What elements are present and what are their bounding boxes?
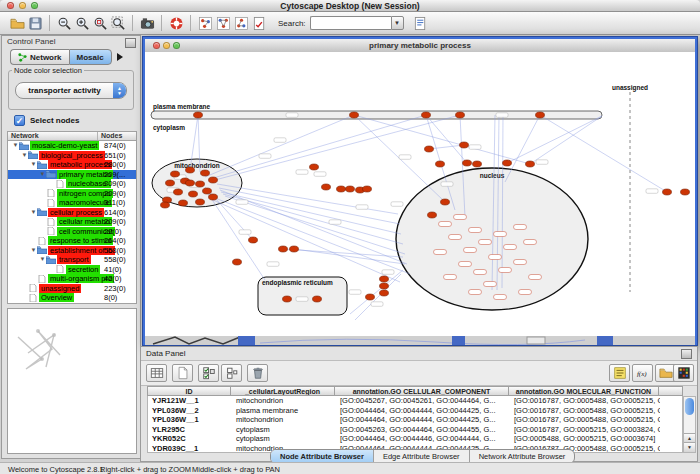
table-cell[interactable]: YLR295C [148,425,232,434]
graph-node[interactable] [186,180,195,186]
graph-node[interactable] [503,160,512,166]
graph-node[interactable] [171,171,180,177]
open-session-button[interactable] [8,14,26,32]
node-color-dropdown[interactable]: transporter activity ▲▼ [15,82,127,99]
annotation-button[interactable] [196,14,214,32]
graph-node[interactable] [463,160,472,166]
help-button[interactable] [167,14,185,32]
table-cell[interactable]: cytoplasm [232,434,336,443]
table-row[interactable]: YLR295Ccytoplasm[GO:0045263, GO:0044464,… [148,425,682,435]
network-window-titlebar[interactable]: primary metabolic process [145,39,695,53]
region-plasma-membrane[interactable] [151,111,602,119]
tree-expander-icon[interactable]: ▼ [39,256,46,263]
attribute-grid-button[interactable] [146,364,167,382]
zoom-out-button[interactable] [55,14,73,32]
table-row[interactable]: YPL036W__1mitochondrion[GO:0044464, GO:0… [148,415,682,425]
save-session-button[interactable] [26,14,44,32]
table-cell[interactable]: YPL036W__2 [148,406,232,415]
graph-node[interactable] [322,184,331,190]
float-panel-icon[interactable] [125,38,136,48]
tree-item-secretion[interactable]: secretion41(0) [8,265,136,275]
tree-item-nitrogen-compo[interactable]: nitrogen compo209(0) [8,189,136,199]
tree-item-biological-process[interactable]: ▼biological_process651(0) [8,151,136,161]
table-cell[interactable]: [GO:0045267, GO:0045261, GO:0044464, G..… [336,396,510,405]
graph-node[interactable] [346,186,355,192]
table-cell[interactable]: [GO:0016787, GO:0005488, GO:0005215, G..… [510,406,660,415]
tab-mosaic[interactable]: Mosaic [69,49,112,65]
network-canvas[interactable]: plasma membranecytoplasmmitochondrionnuc… [145,52,695,336]
table-cell[interactable]: plasma membrane [232,406,336,415]
table-header-empty[interactable] [659,386,683,396]
tree-item-establishment-of-lo[interactable]: ▼establishment of lo558(0) [8,246,136,256]
zoom-fit-button[interactable] [109,14,127,32]
table-cell[interactable]: cytoplasm [232,425,336,434]
table-row[interactable]: YJR121W__1mitochondrion[GO:0045267, GO:0… [148,396,682,406]
tree-expander-icon[interactable]: ▼ [30,209,37,216]
graph-node[interactable] [161,202,170,208]
table-scrollbar[interactable]: ▲ ▼ [683,396,696,453]
table-row[interactable]: YKR052Ccytoplasm[GO:0044464, GO:0044446,… [148,434,682,444]
graph-node[interactable] [196,181,205,187]
graph-node[interactable] [186,167,195,173]
table-cell[interactable]: mitochondrion [232,396,336,405]
table-cell[interactable]: YJR121W__1 [148,396,232,405]
scroll-down-icon[interactable]: ▼ [684,442,695,452]
new-attribute-button[interactable] [172,364,193,382]
table-row[interactable]: YPL036W__2plasma membrane[GO:0044464, GO… [148,406,682,416]
tree-item-multi-organism-pro[interactable]: multi-organism pro42(0) [8,274,136,284]
tree-item-mosaic-demo-yeast[interactable]: ▼mosaic-demo-yeast874(0) [8,141,136,151]
tree-item-macromolecule[interactable]: macromolecule311(0) [8,198,136,208]
graph-node[interactable] [460,142,469,148]
graph-node[interactable] [663,189,672,195]
tree-item-primary-metabo[interactable]: ▼primary metabo209(... [8,170,136,180]
search-dropdown-arrow-icon[interactable]: ▼ [391,16,404,30]
edit-button[interactable] [250,14,268,32]
tree-expander-icon[interactable]: ▼ [30,247,37,254]
tree-item-cellular-process[interactable]: ▼cellular process614(0) [8,208,136,218]
delete-attribute-button[interactable] [247,364,268,382]
attribute-list-button[interactable] [609,364,630,382]
tree-item-metabolic-process[interactable]: ▼metabolic process280(0) [8,160,136,170]
tree-item-cellular-metabo[interactable]: cellular metabo209(0) [8,217,136,227]
scrollbar-thumb[interactable] [685,398,694,415]
tree-expander-icon[interactable]: ▼ [39,171,46,178]
table-cell[interactable]: [GO:0044464, GO:0044446, GO:0044444, G..… [336,434,510,443]
table-cell[interactable]: mitochondrion [232,415,336,424]
table-cell[interactable]: [GO:0045263, GO:0044464, GO:0044455, G..… [336,425,510,434]
graph-node[interactable] [189,191,198,197]
search-combo[interactable]: ▼ [310,16,404,30]
report-button[interactable] [412,14,430,32]
graph-node[interactable] [425,146,434,152]
table-cell[interactable]: [GO:0016787, GO:0005488, GO:0005215, G..… [510,415,660,424]
tab-network[interactable]: Network [10,49,69,65]
graph-node[interactable] [436,161,445,167]
graph-node[interactable] [363,186,372,192]
graph-node[interactable] [337,186,346,192]
graph-node[interactable] [209,177,218,183]
graph-node[interactable] [279,246,288,252]
table-header-1[interactable]: _cellularLayoutRegion [231,386,335,396]
graph-node[interactable] [350,112,359,118]
tree-item-cell-communicat[interactable]: cell communicat22(0) [8,227,136,237]
table-cell[interactable]: [GO:0044464, GO:0044444, GO:0044425, G..… [336,415,510,424]
vizmapper-button[interactable] [214,14,232,32]
select-attributes-button[interactable] [198,364,219,382]
graph-node[interactable] [681,189,690,195]
birdseye-view-panel[interactable] [7,308,137,454]
graph-node[interactable] [194,112,203,118]
search-input[interactable] [310,16,391,30]
graph-node[interactable] [380,283,389,289]
tree-col-network[interactable]: Network [8,132,98,140]
table-header-id[interactable]: ID [147,386,231,396]
graph-node[interactable] [283,296,292,302]
table-cell[interactable]: YDR039C__1 [148,444,232,453]
formula-builder-button[interactable]: f(x) [632,364,653,382]
filters-button[interactable] [232,14,250,32]
tree-item-overview[interactable]: Overview8(0) [8,293,136,303]
graph-node[interactable] [179,200,188,206]
table-cell[interactable]: [GO:0005488, GO:0005215, GO:0003674] [510,434,660,443]
graph-node[interactable] [428,212,437,218]
table-cell[interactable]: YPL036W__1 [148,415,232,424]
graph-node[interactable] [166,180,175,186]
graph-node[interactable] [456,112,465,118]
